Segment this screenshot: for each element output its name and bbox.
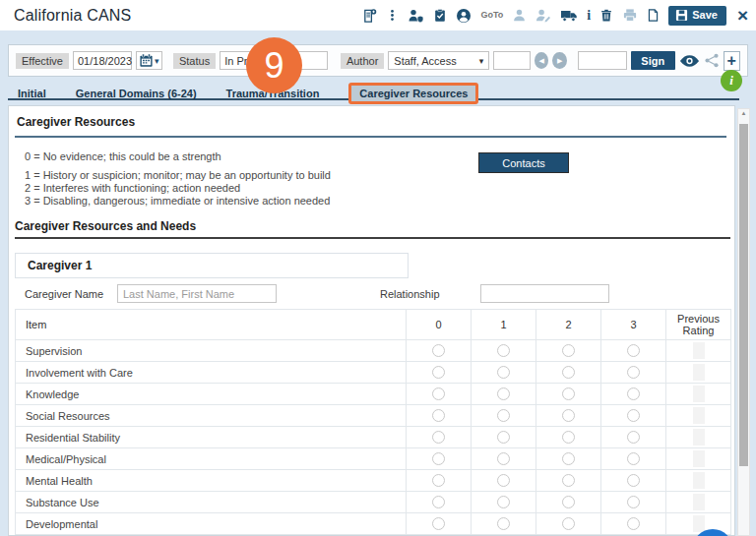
- rating-radio-2[interactable]: [562, 431, 575, 444]
- rating-radio-2[interactable]: [562, 344, 575, 357]
- rating-radio-3[interactable]: [627, 366, 640, 379]
- clipboard-check-icon[interactable]: [433, 8, 447, 23]
- author-label: Author: [341, 53, 384, 69]
- rating-radio-1[interactable]: [497, 366, 510, 379]
- rating-radio-2[interactable]: [562, 474, 575, 487]
- table-row: Mental Health: [16, 470, 731, 492]
- rating-radio-3[interactable]: [627, 344, 640, 357]
- sign-button[interactable]: Sign: [631, 51, 675, 70]
- rating-radio-0[interactable]: [432, 344, 445, 357]
- rating-radio-3[interactable]: [627, 409, 640, 422]
- rating-radio-0[interactable]: [432, 431, 445, 444]
- rating-radio-3[interactable]: [627, 474, 640, 487]
- eye-icon[interactable]: [679, 54, 700, 68]
- close-icon[interactable]: ×: [737, 5, 748, 27]
- tab-caregiver-resources[interactable]: Caregiver Resources: [348, 83, 478, 104]
- rating-radio-1[interactable]: [497, 517, 510, 530]
- caregiver-name-input[interactable]: [117, 284, 277, 303]
- annotation-step-badge: 9: [246, 37, 302, 93]
- rating-legend: 0 = No evidence; this could be a strengt…: [25, 150, 331, 208]
- contacts-button[interactable]: Contacts: [478, 152, 569, 173]
- item-label: Mental Health: [16, 470, 407, 492]
- rating-radio-0[interactable]: [432, 366, 445, 379]
- legend-line: 2 = Interferes with functioning; action …: [25, 182, 331, 195]
- rating-radio-1[interactable]: [497, 387, 510, 400]
- truck-icon[interactable]: [560, 9, 578, 23]
- rating-radio-0[interactable]: [432, 496, 445, 508]
- table-row: Supervision: [16, 340, 731, 362]
- rating-radio-2[interactable]: [562, 496, 575, 508]
- relationship-label: Relationship: [380, 288, 440, 300]
- trash-icon[interactable]: [599, 8, 613, 23]
- previous-rating-cell: [693, 515, 705, 532]
- table-row: Knowledge: [16, 384, 731, 405]
- previous-rating-cell: [693, 386, 705, 402]
- rating-radio-1[interactable]: [497, 431, 510, 444]
- table-row: Residential Stability: [16, 427, 731, 448]
- relationship-input[interactable]: [480, 284, 609, 303]
- rating-radio-1[interactable]: [497, 409, 510, 422]
- info-icon[interactable]: i: [587, 9, 591, 23]
- goto-label[interactable]: GoTo: [480, 11, 503, 20]
- scrollbar-thumb[interactable]: [739, 124, 748, 466]
- rating-radio-0[interactable]: [432, 409, 445, 422]
- column-header-2: 2: [536, 310, 601, 340]
- rating-radio-0[interactable]: [432, 452, 445, 465]
- tab-bar: InitialGeneral Domains (6-24)Trauma/Tran…: [18, 83, 478, 104]
- previous-rating-cell: [693, 494, 705, 510]
- calendar-picker[interactable]: ▾: [136, 51, 162, 70]
- titlebar-icons: GoToi Save ×: [362, 5, 748, 27]
- vertical-scrollbar[interactable]: ▲: [737, 108, 750, 536]
- rating-radio-1[interactable]: [497, 496, 510, 508]
- scrollbar-up-icon[interactable]: ▲: [738, 110, 749, 116]
- rating-radio-0[interactable]: [432, 517, 445, 530]
- rating-table-header-row: Item0123Previous Rating: [16, 310, 731, 340]
- save-button[interactable]: Save: [668, 6, 726, 26]
- account-circle-icon[interactable]: [456, 8, 472, 24]
- rating-radio-1[interactable]: [497, 344, 510, 357]
- rating-radio-0[interactable]: [432, 474, 445, 487]
- tab-general-domains-6-24-[interactable]: General Domains (6-24): [76, 88, 197, 99]
- rating-radio-1[interactable]: [497, 474, 510, 487]
- rating-radio-2[interactable]: [562, 452, 575, 465]
- section-title: Caregiver Resources: [17, 115, 135, 129]
- author-select[interactable]: Staff, Access ▾: [388, 51, 489, 70]
- user-icon[interactable]: [512, 8, 527, 23]
- user-shield-icon[interactable]: [408, 8, 424, 24]
- share-icon[interactable]: [704, 53, 720, 68]
- column-header-item: Item: [16, 310, 407, 340]
- rating-radio-2[interactable]: [562, 517, 575, 530]
- rating-radio-2[interactable]: [562, 387, 575, 400]
- kebab-menu-icon[interactable]: [386, 8, 399, 23]
- rating-radio-2[interactable]: [562, 409, 575, 422]
- info-fab-button[interactable]: i: [721, 70, 742, 91]
- toolbar-input-1[interactable]: [493, 51, 530, 70]
- user-edit-icon[interactable]: [536, 8, 551, 23]
- rating-radio-3[interactable]: [627, 452, 640, 465]
- item-label: Medical/Physical: [16, 448, 407, 470]
- tab-initial[interactable]: Initial: [18, 88, 46, 99]
- prev-record-button[interactable]: ◀: [535, 52, 549, 69]
- rating-radio-3[interactable]: [627, 496, 640, 508]
- rating-radio-3[interactable]: [627, 517, 640, 530]
- toolbar-input-2[interactable]: [578, 51, 626, 70]
- calendar-caret-icon: ▾: [155, 56, 159, 66]
- previous-rating-cell: [693, 407, 705, 424]
- next-record-button[interactable]: ▶: [552, 52, 567, 69]
- rating-radio-2[interactable]: [562, 366, 575, 379]
- legend-line: 1 = History or suspicion; monitor; may b…: [25, 169, 331, 182]
- rating-radio-1[interactable]: [497, 452, 510, 465]
- main-panel: Caregiver Resources 0 = No evidence; thi…: [8, 105, 735, 536]
- table-row: Social Resources: [16, 405, 731, 427]
- printer-icon[interactable]: [622, 8, 638, 23]
- note-add-icon[interactable]: [362, 8, 377, 24]
- column-header-previous-rating: Previous Rating: [666, 310, 731, 340]
- item-label: Involvement with Care: [16, 362, 407, 384]
- chevron-down-icon: ▾: [479, 56, 484, 66]
- plus-icon[interactable]: +: [724, 51, 740, 71]
- effective-date-field[interactable]: 01/18/2023: [73, 51, 132, 70]
- rating-radio-0[interactable]: [432, 387, 445, 400]
- rating-radio-3[interactable]: [627, 431, 640, 444]
- rating-radio-3[interactable]: [627, 387, 640, 400]
- file-icon[interactable]: [647, 8, 660, 23]
